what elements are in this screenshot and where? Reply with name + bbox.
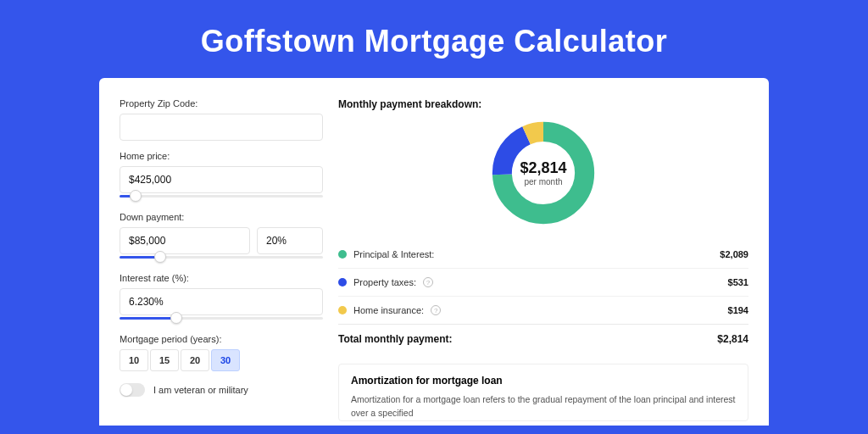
home-price-label: Home price: xyxy=(120,151,323,161)
period-option-30[interactable]: 30 xyxy=(211,349,240,371)
legend: Principal & Interest:$2,089Property taxe… xyxy=(338,241,748,324)
legend-label: Principal & Interest: xyxy=(353,249,434,259)
down-payment-label: Down payment: xyxy=(120,212,323,222)
legend-dot xyxy=(338,278,347,287)
inputs-panel: Property Zip Code: Home price: Down paym… xyxy=(120,98,323,426)
amortization-title: Amortization for mortgage loan xyxy=(351,375,736,387)
period-options: 10152030 xyxy=(120,349,323,371)
down-payment-percent-input[interactable] xyxy=(257,227,323,254)
legend-value: $194 xyxy=(728,305,748,315)
veteran-label: I am veteran or military xyxy=(153,385,248,395)
legend-row: Property taxes:?$531 xyxy=(338,268,748,296)
amortization-card: Amortization for mortgage loan Amortizat… xyxy=(338,364,748,421)
help-icon[interactable]: ? xyxy=(423,277,433,287)
legend-label: Property taxes: xyxy=(353,277,416,287)
home-price-input[interactable] xyxy=(120,166,323,193)
donut-center-value: $2,814 xyxy=(520,159,566,177)
home-price-group: Home price: xyxy=(120,151,323,202)
donut-chart-wrap: $2,814 per month xyxy=(338,119,748,227)
donut-chart: $2,814 per month xyxy=(489,119,598,227)
slider-thumb[interactable] xyxy=(154,251,166,263)
zip-label: Property Zip Code: xyxy=(120,98,323,108)
amortization-body: Amortization for a mortgage loan refers … xyxy=(351,393,736,420)
zip-input[interactable] xyxy=(120,114,323,141)
period-option-20[interactable]: 20 xyxy=(181,349,209,371)
interest-input[interactable] xyxy=(120,288,323,315)
page-title: Goffstown Mortgage Calculator xyxy=(0,0,868,78)
slider-thumb[interactable] xyxy=(170,312,182,324)
total-value: $2,814 xyxy=(717,333,748,345)
donut-center-sub: per month xyxy=(524,177,562,186)
home-price-slider[interactable] xyxy=(120,192,323,202)
calculator-card: Property Zip Code: Home price: Down paym… xyxy=(99,78,769,426)
total-label: Total monthly payment: xyxy=(338,333,452,345)
total-row: Total monthly payment: $2,814 xyxy=(338,324,748,353)
zip-group: Property Zip Code: xyxy=(120,98,323,141)
slider-thumb[interactable] xyxy=(130,190,142,202)
down-payment-group: Down payment: xyxy=(120,212,323,263)
interest-group: Interest rate (%): xyxy=(120,273,323,324)
legend-row: Home insurance:?$194 xyxy=(338,296,748,324)
help-icon[interactable]: ? xyxy=(431,305,441,315)
legend-value: $2,089 xyxy=(720,249,748,259)
breakdown-title: Monthly payment breakdown: xyxy=(338,98,748,110)
legend-label: Home insurance: xyxy=(353,305,424,315)
legend-row: Principal & Interest:$2,089 xyxy=(338,241,748,268)
legend-dot xyxy=(338,250,347,259)
legend-value: $531 xyxy=(728,277,748,287)
veteran-row: I am veteran or military xyxy=(120,383,323,397)
down-payment-amount-input[interactable] xyxy=(120,227,250,254)
down-payment-slider[interactable] xyxy=(120,253,323,263)
period-option-15[interactable]: 15 xyxy=(150,349,179,371)
period-option-10[interactable]: 10 xyxy=(120,349,148,371)
legend-dot xyxy=(338,306,347,314)
interest-label: Interest rate (%): xyxy=(120,273,323,283)
period-label: Mortgage period (years): xyxy=(120,334,323,344)
veteran-toggle[interactable] xyxy=(120,383,145,397)
interest-slider[interactable] xyxy=(120,314,323,324)
breakdown-panel: Monthly payment breakdown: $2,814 per mo… xyxy=(338,98,748,426)
period-group: Mortgage period (years): 10152030 xyxy=(120,334,323,371)
